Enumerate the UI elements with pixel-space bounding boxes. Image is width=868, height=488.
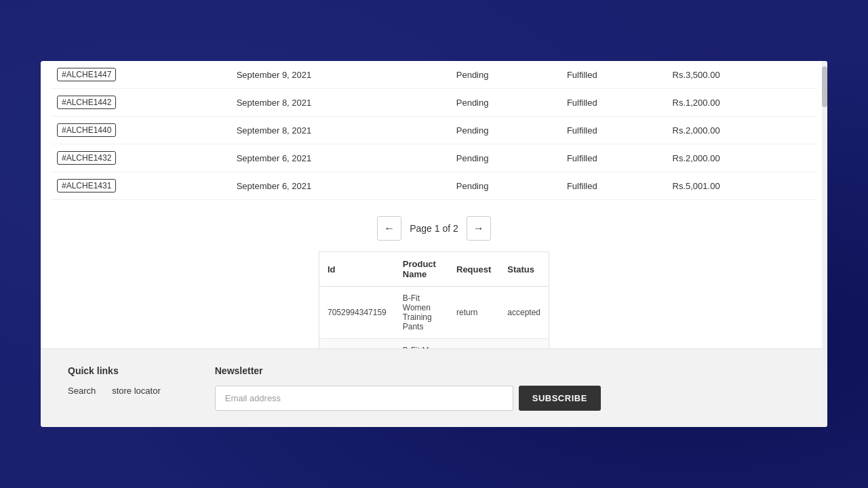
page-info: Page 1 of 2 bbox=[410, 223, 458, 234]
return-id: 7052994347159 bbox=[319, 287, 395, 339]
order-fulfillment-status: Fulfilled bbox=[561, 89, 667, 117]
quick-links-section: Quick links Searchstore locator bbox=[68, 365, 161, 411]
order-payment-status: Pending bbox=[451, 172, 561, 200]
order-date: September 8, 2021 bbox=[231, 89, 451, 117]
prev-page-button[interactable]: ← bbox=[377, 216, 401, 241]
scrollbar-thumb bbox=[822, 66, 827, 107]
order-fulfillment-status: Fulfilled bbox=[561, 61, 667, 89]
footer-link[interactable]: Search bbox=[68, 386, 96, 396]
return-request: return bbox=[448, 339, 499, 349]
returns-column-header: Product Name bbox=[395, 252, 448, 287]
subscribe-button[interactable]: SUBSCRIBE bbox=[519, 386, 601, 411]
return-request: return bbox=[448, 287, 499, 339]
newsletter-form: SUBSCRIBE bbox=[215, 386, 800, 411]
next-page-button[interactable]: → bbox=[467, 216, 491, 241]
order-id-badge: #ALCHE1440 bbox=[57, 123, 116, 137]
returns-column-header: Request bbox=[448, 252, 499, 287]
table-row[interactable]: #ALCHE1431 September 6, 2021 Pending Ful… bbox=[52, 172, 816, 200]
returns-column-header: Status bbox=[499, 252, 549, 287]
order-id-badge: #ALCHE1432 bbox=[57, 151, 116, 165]
order-total: Rs.1,200.00 bbox=[667, 89, 816, 117]
order-fulfillment-status: Fulfilled bbox=[561, 117, 667, 144]
order-date: September 9, 2021 bbox=[231, 61, 451, 89]
newsletter-title: Newsletter bbox=[215, 365, 800, 376]
footer: Quick links Searchstore locator Newslett… bbox=[41, 348, 827, 427]
order-payment-status: Pending bbox=[451, 89, 561, 117]
return-product-name: B-Fit Men Training Pants bbox=[395, 339, 448, 349]
orders-section: #ALCHE1447 September 9, 2021 Pending Ful… bbox=[41, 61, 827, 200]
newsletter-section: Newsletter SUBSCRIBE bbox=[215, 365, 800, 411]
order-total: Rs.2,000.00 bbox=[667, 117, 816, 144]
order-total: Rs.5,001.00 bbox=[667, 172, 816, 200]
table-row: 7052993659031 B-Fit Men Training Pants r… bbox=[319, 339, 549, 349]
returns-table: IdProduct NameRequestStatus 705299434715… bbox=[319, 251, 549, 348]
footer-link[interactable]: store locator bbox=[112, 386, 161, 396]
return-status: accepted bbox=[499, 287, 549, 339]
table-row[interactable]: #ALCHE1442 September 8, 2021 Pending Ful… bbox=[52, 89, 816, 117]
order-id-badge: #ALCHE1431 bbox=[57, 179, 116, 192]
returns-section: IdProduct NameRequestStatus 705299434715… bbox=[41, 251, 827, 348]
order-date: September 8, 2021 bbox=[231, 117, 451, 144]
scrollbar[interactable] bbox=[822, 61, 827, 427]
quick-links-title: Quick links bbox=[68, 365, 161, 376]
order-date: September 6, 2021 bbox=[231, 144, 451, 172]
order-id-badge: #ALCHE1447 bbox=[57, 68, 116, 81]
order-total: Rs.3,500.00 bbox=[667, 61, 816, 89]
footer-links: Searchstore locator bbox=[68, 386, 161, 396]
table-row[interactable]: #ALCHE1440 September 8, 2021 Pending Ful… bbox=[52, 117, 816, 144]
order-fulfillment-status: Fulfilled bbox=[561, 172, 667, 200]
order-date: September 6, 2021 bbox=[231, 172, 451, 200]
orders-table: #ALCHE1447 September 9, 2021 Pending Ful… bbox=[52, 61, 816, 200]
order-payment-status: Pending bbox=[451, 144, 561, 172]
order-total: Rs.2,000.00 bbox=[667, 144, 816, 172]
order-payment-status: Pending bbox=[451, 117, 561, 144]
order-id-badge: #ALCHE1442 bbox=[57, 96, 116, 109]
pagination: ← Page 1 of 2 → bbox=[41, 200, 827, 251]
table-row[interactable]: #ALCHE1447 September 9, 2021 Pending Ful… bbox=[52, 61, 816, 89]
returns-column-header: Id bbox=[319, 252, 395, 287]
return-status: decline bbox=[499, 339, 549, 349]
table-row[interactable]: #ALCHE1432 September 6, 2021 Pending Ful… bbox=[52, 144, 816, 172]
main-modal: #ALCHE1447 September 9, 2021 Pending Ful… bbox=[41, 61, 827, 427]
table-row: 7052994347159 B-Fit Women Training Pants… bbox=[319, 287, 549, 339]
order-payment-status: Pending bbox=[451, 61, 561, 89]
email-input[interactable] bbox=[215, 386, 513, 411]
content-area: #ALCHE1447 September 9, 2021 Pending Ful… bbox=[41, 61, 827, 348]
order-fulfillment-status: Fulfilled bbox=[561, 144, 667, 172]
return-id: 7052993659031 bbox=[319, 339, 395, 349]
return-product-name: B-Fit Women Training Pants bbox=[395, 287, 448, 339]
